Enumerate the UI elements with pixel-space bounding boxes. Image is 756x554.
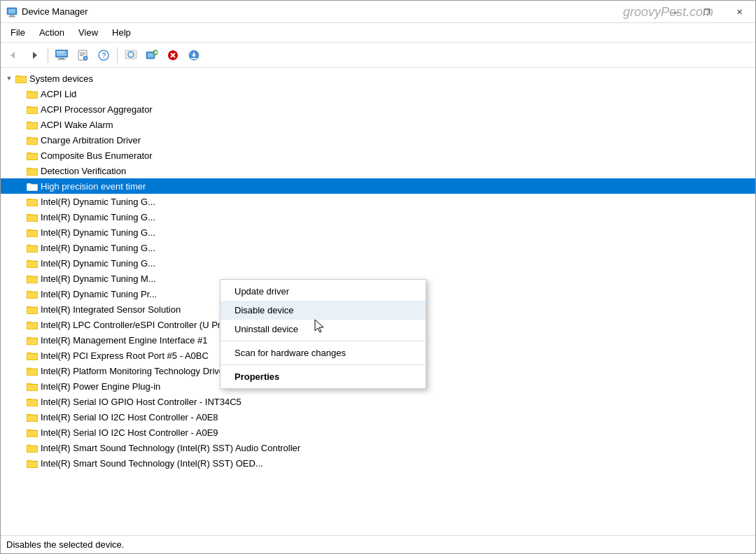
tree-root-system-devices[interactable]: ▼ System devices <box>1 71 755 86</box>
add-hardware-button[interactable] <box>142 45 162 65</box>
tree-view-button[interactable] <box>52 45 71 65</box>
tree-item[interactable]: Detection Verification <box>1 163 755 178</box>
status-text: Disables the selected device. <box>6 539 124 550</box>
scan-button[interactable] <box>121 45 141 65</box>
tree-item[interactable]: Intel(R) Serial IO GPIO Host Controller … <box>1 394 755 409</box>
context-menu-scan-hardware[interactable]: Scan for hardware changes <box>220 343 426 362</box>
svg-rect-81 <box>27 400 37 406</box>
svg-rect-9 <box>57 59 66 59</box>
item-label: Intel(R) Management Engine Interface #1 <box>41 335 207 346</box>
context-menu-separator-1 <box>220 341 426 341</box>
tree-item[interactable]: ACPI Wake Alarm <box>1 117 755 132</box>
toolbar: ? <box>1 43 755 68</box>
svg-rect-20 <box>85 57 86 57</box>
tree-item[interactable]: Intel(R) Dynamic Tuning G... <box>1 194 755 209</box>
svg-rect-67 <box>27 292 37 298</box>
back-button[interactable] <box>4 45 23 65</box>
item-label: ACPI Wake Alarm <box>41 120 113 130</box>
item-label: Detection Verification <box>41 166 126 176</box>
app-icon <box>6 6 18 17</box>
tree-item[interactable]: ACPI Lid <box>1 86 755 101</box>
uninstall-button[interactable] <box>163 45 183 65</box>
svg-rect-3 <box>8 16 15 17</box>
menu-help[interactable]: Help <box>105 24 138 41</box>
forward-button[interactable] <box>24 45 44 65</box>
item-label: Intel(R) PCI Express Root Port #5 - A0BC <box>41 350 209 361</box>
folder-icon <box>26 272 38 285</box>
folder-icon <box>26 241 38 254</box>
svg-rect-15 <box>80 52 85 53</box>
svg-rect-63 <box>27 262 37 267</box>
context-menu-update-driver[interactable]: Update driver <box>220 282 426 301</box>
svg-rect-65 <box>27 277 37 283</box>
item-label: Intel(R) Platform Monitoring Technology … <box>41 366 227 376</box>
tree-item[interactable]: Intel(R) Dynamic Tuning G... <box>1 209 755 225</box>
tree-item[interactable]: Intel(R) Dynamic Tuning G... <box>1 255 755 271</box>
menu-bar: File Action View Help <box>1 23 755 43</box>
svg-rect-71 <box>27 323 37 329</box>
svg-rect-36 <box>193 52 195 55</box>
svg-rect-43 <box>27 108 37 113</box>
tree-item[interactable]: ACPI Processor Aggregator <box>1 101 755 117</box>
minimize-button[interactable]: — <box>659 1 691 23</box>
svg-rect-51 <box>27 169 37 175</box>
tree-item[interactable]: High precision event timer <box>1 178 755 194</box>
download-button[interactable] <box>184 45 204 65</box>
context-menu-disable-device[interactable]: Disable device <box>220 301 426 320</box>
window-controls: — ❐ ✕ <box>659 1 755 23</box>
folder-icon <box>26 87 38 100</box>
maximize-button[interactable]: ❐ <box>691 1 723 23</box>
svg-rect-77 <box>27 369 37 375</box>
svg-rect-53 <box>27 185 37 190</box>
folder-icon <box>26 211 38 223</box>
folder-icon <box>26 457 38 469</box>
folder-icon <box>26 426 38 439</box>
folder-icon <box>26 441 38 454</box>
item-label: Intel(R) Dynamic Tuning G... <box>41 227 155 238</box>
item-label: Intel(R) Dynamic Tuning G... <box>41 258 155 269</box>
folder-icon <box>26 395 38 408</box>
menu-action[interactable]: Action <box>32 24 71 41</box>
tree-item[interactable]: Intel(R) Smart Sound Technology (Intel(R… <box>1 440 755 455</box>
svg-rect-75 <box>27 354 37 360</box>
folder-icon <box>26 334 38 346</box>
svg-rect-47 <box>27 138 37 144</box>
item-label: High precision event timer <box>41 181 146 192</box>
tree-item[interactable]: Intel(R) Smart Sound Technology (Intel(R… <box>1 455 755 471</box>
item-label: Intel(R) Dynamic Tuning G... <box>41 197 155 207</box>
svg-rect-57 <box>27 215 37 221</box>
folder-icon <box>26 318 38 331</box>
svg-rect-49 <box>27 154 37 159</box>
help-button[interactable]: ? <box>94 45 113 65</box>
folder-icon <box>26 349 38 362</box>
menu-file[interactable]: File <box>4 24 32 41</box>
folder-icon <box>26 134 38 146</box>
toolbar-separator-2 <box>117 48 118 63</box>
tree-item[interactable]: Intel(R) Serial IO I2C Host Controller -… <box>1 425 755 440</box>
context-menu-separator-2 <box>220 364 426 365</box>
tree-item[interactable]: Composite Bus Enumerator <box>1 148 755 163</box>
item-label: ACPI Processor Aggregator <box>41 104 153 115</box>
svg-rect-19 <box>85 57 86 59</box>
svg-rect-1 <box>8 9 15 13</box>
close-button[interactable]: ✕ <box>723 1 755 23</box>
menu-view[interactable]: View <box>71 24 105 41</box>
item-label: Composite Bus Enumerator <box>41 150 153 161</box>
tree-item[interactable]: Intel(R) Serial IO I2C Host Controller -… <box>1 409 755 425</box>
tree-item[interactable]: Charge Arbitration Driver <box>1 132 755 148</box>
properties-button[interactable] <box>73 45 92 65</box>
svg-rect-79 <box>27 385 37 390</box>
tree-item[interactable]: Intel(R) Dynamic Tuning G... <box>1 225 755 240</box>
main-content: ▼ System devices ACPI Lid ACPI Processor <box>1 68 755 535</box>
context-menu-uninstall-device[interactable]: Uninstall device <box>220 320 426 339</box>
item-label: Intel(R) Dynamic Tuning G... <box>41 212 155 222</box>
svg-rect-2 <box>10 15 14 17</box>
tree-item[interactable]: Intel(R) Dynamic Tuning G... <box>1 240 755 255</box>
title-bar: Device Manager groovyPost.com — ❐ ✕ <box>1 1 755 23</box>
context-menu-properties[interactable]: Properties <box>220 367 426 386</box>
folder-icon <box>26 180 38 192</box>
folder-icon <box>15 72 27 85</box>
svg-rect-10 <box>57 51 58 52</box>
folder-icon <box>26 287 38 300</box>
svg-text:?: ? <box>102 52 106 59</box>
